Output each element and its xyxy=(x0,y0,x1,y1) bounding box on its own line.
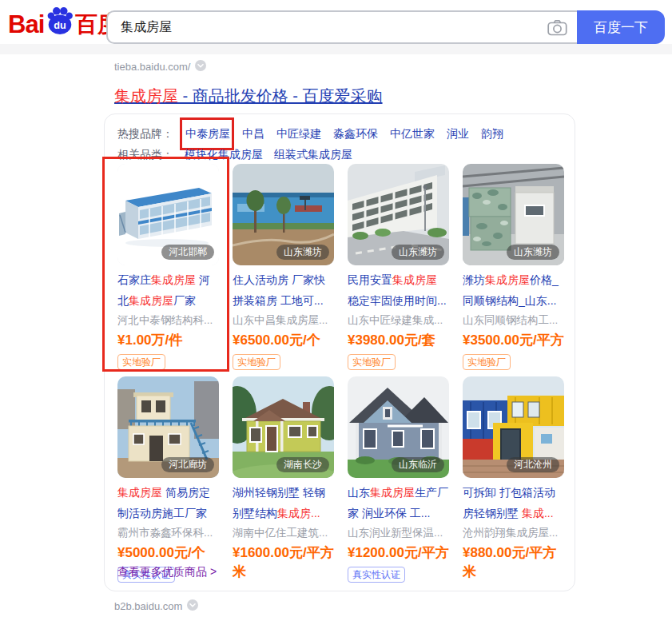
result-panel: 热搜品牌： 中泰房屋 中昌 中匠绿建 淼鑫环保 中亿世家 润业 韵翔 相关品类：… xyxy=(104,113,575,591)
source-url-top: tieba.baidu.com/ xyxy=(114,61,190,73)
location-badge: 山东潍坊 xyxy=(392,245,444,260)
product-title[interactable]: 民用安置集成房屋 稳定牢固使用时间... xyxy=(348,269,449,311)
verification-badge: 实地验厂 xyxy=(233,354,280,370)
product-title[interactable]: 集成房屋 简易房定制活动房施工厂家 xyxy=(117,482,219,523)
location-badge: 山东潍坊 xyxy=(276,245,329,260)
verification-badge: 实地验厂 xyxy=(463,354,511,370)
product-title[interactable]: 可拆卸 打包箱活动房轻钢别墅 集成... xyxy=(463,482,564,523)
product-photo-white-building[interactable]: 山东潍坊 xyxy=(348,164,449,265)
result-title-link[interactable]: 集成房屋 - 商品批发价格 - 百度爱采购 xyxy=(114,86,383,106)
verification-badge: 实地验厂 xyxy=(348,354,396,370)
product-company: 山东中昌集成房屋... xyxy=(233,312,334,328)
source-row-top: tieba.baidu.com/ xyxy=(114,60,206,74)
product-photo-containers-workshop[interactable]: 山东潍坊 xyxy=(463,164,564,265)
location-badge: 河北沧州 xyxy=(507,457,559,472)
product-photo-prefab-render[interactable]: 河北邯郸 xyxy=(117,164,219,265)
product-card-3[interactable]: 山东潍坊 民用安置集成房屋 稳定牢固使用时间... 山东中匠绿建集成... ¥3… xyxy=(348,164,449,370)
hot-brands-row: 热搜品牌： 中泰房屋 中昌 中匠绿建 淼鑫环保 中亿世家 润业 韵翔 xyxy=(117,125,503,142)
annotation-box-brand: 中泰房屋 xyxy=(185,125,230,142)
product-photo-colorful-containers[interactable]: 河北沧州 xyxy=(463,376,564,478)
product-card-8[interactable]: 河北沧州 可拆卸 打包箱活动房轻钢别墅 集成... 沧州韵翔集成房屋... ¥8… xyxy=(463,376,564,583)
product-photo-container-house[interactable]: 河北廊坊 xyxy=(117,376,219,478)
product-company: 山东润业新型保温... xyxy=(348,525,449,541)
product-price: ¥880.00元/平方米 xyxy=(463,543,564,582)
product-price: ¥3980.00元/套 xyxy=(348,331,449,350)
brand-link-0[interactable]: 中泰房屋 xyxy=(185,127,230,140)
chevron-down-icon[interactable] xyxy=(187,599,198,613)
product-title[interactable]: 住人活动房 厂家快拼装箱房 工地可... xyxy=(233,269,334,311)
product-card-2[interactable]: 山东潍坊 住人活动房 厂家快拼装箱房 工地可... 山东中昌集成房屋... ¥6… xyxy=(233,164,334,370)
product-price: ¥1.00万/件 xyxy=(117,331,219,350)
product-card-6[interactable]: 湖南长沙 湖州轻钢别墅 轻钢别墅结构集成房... 湖南中亿住工建筑... ¥16… xyxy=(233,376,334,583)
categories-label: 相关品类： xyxy=(117,145,173,163)
location-badge: 河北廊坊 xyxy=(161,457,214,472)
product-price: ¥1600.00元/平方米 xyxy=(233,543,334,582)
brand-link-2[interactable]: 中匠绿建 xyxy=(276,125,321,142)
location-badge: 河北邯郸 xyxy=(161,245,214,260)
product-card-1[interactable]: 河北邯郸 石家庄集成房屋 河北集成房屋厂家 河北中泰钢结构科... ¥1.00万… xyxy=(117,164,219,370)
svg-text:du: du xyxy=(54,20,66,31)
brands-label: 热搜品牌： xyxy=(117,125,173,142)
brand-link-1[interactable]: 中昌 xyxy=(242,125,264,142)
category-link-1[interactable]: 组装式集成房屋 xyxy=(274,145,352,163)
brand-link-5[interactable]: 润业 xyxy=(447,125,469,142)
product-grid: 河北邯郸 石家庄集成房屋 河北集成房屋厂家 河北中泰钢结构科... ¥1.00万… xyxy=(117,164,564,583)
product-company: 湖南中亿住工建筑... xyxy=(233,525,334,541)
product-company: 河北中泰钢结构科... xyxy=(117,312,219,328)
logo-text-bai: Bai xyxy=(8,10,44,39)
brand-link-6[interactable]: 韵翔 xyxy=(481,125,503,142)
product-company: 山东中匠绿建集成... xyxy=(348,312,449,328)
product-price: ¥3500.00元/平方 xyxy=(463,331,564,350)
brand-link-4[interactable]: 中亿世家 xyxy=(390,125,435,142)
product-price: ¥5000.00元/个 xyxy=(117,543,219,563)
product-title[interactable]: 湖州轻钢别墅 轻钢别墅结构集成房... xyxy=(233,482,334,523)
source-url-bottom: b2b.baidu.com xyxy=(114,600,182,612)
product-photo-villa-render[interactable]: 湖南长沙 xyxy=(233,376,334,478)
verification-badge: 实地验厂 xyxy=(117,354,165,370)
related-categories-row: 相关品类： 模块化集成房屋 组装式集成房屋 xyxy=(117,145,352,163)
product-photo-factory[interactable]: 山东潍坊 xyxy=(233,164,334,265)
chevron-down-icon[interactable] xyxy=(195,60,206,74)
search-button[interactable]: 百度一下 xyxy=(577,10,665,44)
product-photo-blue-villa[interactable]: 山东临沂 xyxy=(348,376,449,478)
baidu-logo[interactable]: Bai du 百度 xyxy=(8,8,120,42)
location-badge: 山东临沂 xyxy=(392,457,444,472)
search-bar: 百度一下 xyxy=(106,10,665,44)
product-card-5[interactable]: 河北廊坊 集成房屋 简易房定制活动房施工厂家 霸州市淼鑫环保科... ¥5000… xyxy=(117,376,219,583)
product-title[interactable]: 山东集成房屋生产厂家 润业环保 工... xyxy=(348,482,449,523)
product-title[interactable]: 潍坊集成房屋价格_同顺钢结构_山东... xyxy=(463,269,564,311)
search-input[interactable] xyxy=(106,10,578,44)
product-price: ¥1200.00元/平方 xyxy=(348,543,449,563)
product-company: 霸州市淼鑫环保科... xyxy=(117,525,219,541)
product-card-4[interactable]: 山东潍坊 潍坊集成房屋价格_同顺钢结构_山东... 山东同顺钢结构工... ¥3… xyxy=(463,164,564,370)
baidu-paw-icon: du xyxy=(46,6,74,38)
header-divider-band xyxy=(0,44,672,54)
verification-badge: 真实性认证 xyxy=(348,567,405,583)
product-title[interactable]: 石家庄集成房屋 河北集成房屋厂家 xyxy=(117,269,219,311)
brand-link-3[interactable]: 淼鑫环保 xyxy=(333,125,378,142)
location-badge: 山东潍坊 xyxy=(507,245,559,260)
location-badge: 湖南长沙 xyxy=(276,457,329,472)
product-card-7[interactable]: 山东临沂 山东集成房屋生产厂家 润业环保 工... 山东润业新型保温... ¥1… xyxy=(348,376,449,583)
product-company: 沧州韵翔集成房屋... xyxy=(463,525,564,541)
product-price: ¥6500.00元/个 xyxy=(233,331,334,350)
source-row-bottom: b2b.baidu.com xyxy=(114,599,198,613)
category-link-0[interactable]: 模块化集成房屋 xyxy=(185,145,263,163)
product-company: 山东同顺钢结构工... xyxy=(463,312,564,328)
camera-icon[interactable] xyxy=(547,19,567,39)
see-more-link[interactable]: 查看更多优质商品 > xyxy=(117,565,217,579)
